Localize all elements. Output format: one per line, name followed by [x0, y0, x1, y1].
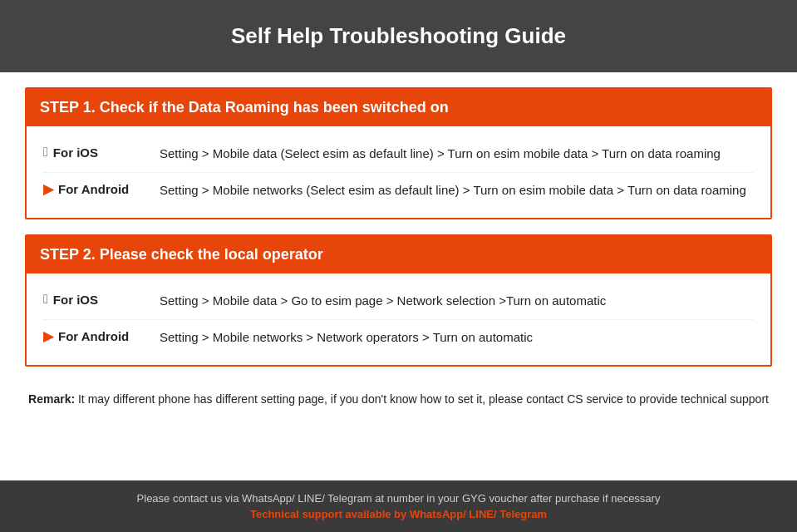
footer-main-text: Please contact us via WhatsApp/ LINE/ Te…: [17, 492, 780, 505]
step2-ios-row:  For iOS Setting > Mobile data > Go to …: [43, 283, 754, 320]
remark-text: Remark: It may different phone has diffe…: [25, 390, 772, 408]
step2-android-text: Setting > Mobile networks > Network oper…: [160, 328, 754, 347]
remark-body: It may different phone has different set…: [78, 392, 769, 406]
step2-android-label: ▶ For Android: [43, 328, 160, 344]
step1-android-label: ▶ For Android: [43, 181, 160, 197]
page-header: Self Help Troubleshooting Guide: [0, 0, 797, 72]
step1-android-row: ▶ For Android Setting > Mobile networks …: [43, 173, 754, 209]
main-content: STEP 1. Check if the Data Roaming has be…: [0, 72, 797, 480]
step2-header: STEP 2. Please check the local operator: [27, 236, 770, 273]
step1-body:  For iOS Setting > Mobile data (Select …: [27, 126, 770, 218]
footer-support-text: Technical support available by WhatsApp/…: [17, 508, 780, 520]
apple-icon-2: : [43, 292, 48, 307]
step1-header: STEP 1. Check if the Data Roaming has be…: [27, 89, 770, 126]
android-icon-2: ▶: [43, 328, 53, 344]
remark-section: Remark: It may different phone has diffe…: [25, 382, 772, 411]
step2-block: STEP 2. Please check the local operator …: [25, 234, 772, 367]
step2-body:  For iOS Setting > Mobile data > Go to …: [27, 273, 770, 365]
remark-label: Remark:: [28, 392, 75, 406]
page-footer: Please contact us via WhatsApp/ LINE/ Te…: [0, 480, 797, 532]
step2-ios-label:  For iOS: [43, 292, 160, 307]
step1-android-text: Setting > Mobile networks (Select esim a…: [160, 181, 754, 200]
page-title: Self Help Troubleshooting Guide: [17, 23, 780, 49]
android-icon: ▶: [43, 181, 53, 197]
step1-ios-label:  For iOS: [43, 145, 160, 160]
step1-ios-row:  For iOS Setting > Mobile data (Select …: [43, 136, 754, 173]
step2-title: STEP 2. Please check the local operator: [40, 246, 757, 264]
step1-block: STEP 1. Check if the Data Roaming has be…: [25, 87, 772, 219]
step2-android-row: ▶ For Android Setting > Mobile networks …: [43, 320, 754, 356]
step2-ios-text: Setting > Mobile data > Go to esim page …: [160, 292, 754, 311]
step1-title: STEP 1. Check if the Data Roaming has be…: [40, 99, 757, 116]
step1-ios-text: Setting > Mobile data (Select esim as de…: [160, 145, 754, 164]
apple-icon: : [43, 145, 48, 160]
